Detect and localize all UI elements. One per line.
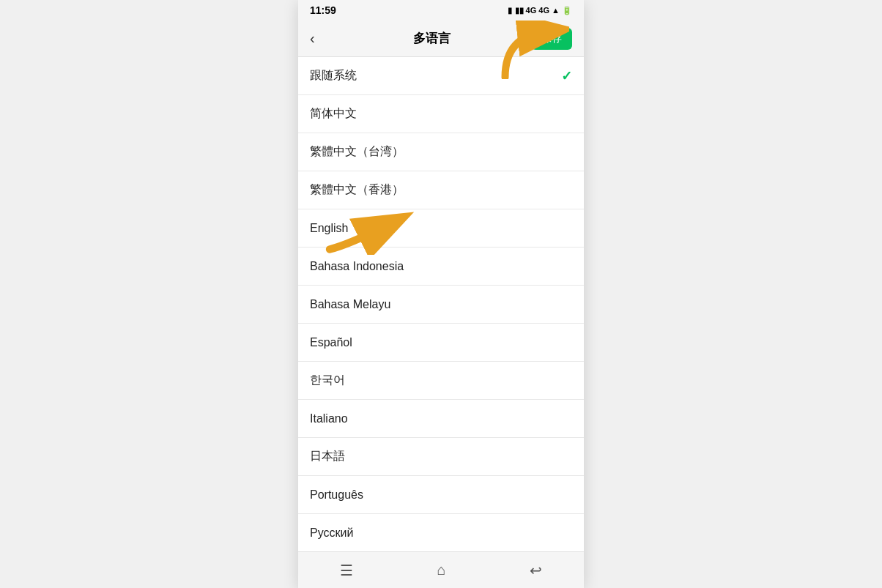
lang-item-korean[interactable]: 한국어 [298, 362, 584, 400]
lang-label-italiano: Italiano [310, 412, 348, 425]
lang-item-traditional-chinese-hongkong[interactable]: 繁體中文（香港） [298, 171, 584, 209]
lang-item-russian[interactable]: Русский [298, 514, 584, 551]
lang-item-bahasa-indonesia[interactable]: Bahasa Indonesia [298, 248, 584, 286]
lang-label-follow-system: 跟随系统 [310, 68, 357, 83]
language-list: 跟随系统✓简体中文繁體中文（台湾）繁體中文（香港）EnglishBahasa I… [298, 57, 584, 551]
lang-label-portuguese: Português [310, 488, 363, 502]
status-time: 11:59 [310, 4, 336, 16]
back-nav-icon[interactable]: ↩ [530, 562, 542, 579]
menu-icon[interactable]: ☰ [340, 562, 353, 579]
page-title: 多语言 [413, 30, 451, 47]
header: ‹ 多语言 保存 [298, 21, 584, 57]
status-icons: ▮ ▮▮ 4G 4G ▲ 🔋 [508, 6, 572, 15]
lang-label-russian: Русский [310, 526, 353, 540]
lang-label-traditional-chinese-taiwan: 繁體中文（台湾） [310, 144, 404, 160]
lang-item-english[interactable]: English [298, 209, 584, 248]
lang-item-japanese[interactable]: 日本語 [298, 438, 584, 476]
home-icon[interactable]: ⌂ [437, 562, 445, 578]
lang-item-simplified-chinese[interactable]: 简体中文 [298, 95, 584, 133]
back-button[interactable]: ‹ [310, 30, 332, 47]
lang-item-italiano[interactable]: Italiano [298, 400, 584, 438]
lang-label-english: English [310, 222, 348, 235]
lang-label-espanol: Español [310, 336, 352, 349]
lang-item-follow-system[interactable]: 跟随系统✓ [298, 57, 584, 95]
lang-label-traditional-chinese-hongkong: 繁體中文（香港） [310, 182, 404, 198]
status-bar: 11:59 ▮ ▮▮ 4G 4G ▲ 🔋 [298, 0, 584, 21]
save-button[interactable]: 保存 [531, 28, 572, 50]
lang-item-espanol[interactable]: Español [298, 324, 584, 362]
bottom-nav: ☰ ⌂ ↩ [298, 551, 584, 588]
lang-label-bahasa-indonesia: Bahasa Indonesia [310, 260, 404, 273]
battery-icon: ▮ ▮▮ 4G 4G ▲ 🔋 [508, 6, 572, 15]
lang-label-simplified-chinese: 简体中文 [310, 106, 357, 122]
lang-label-bahasa-melayu: Bahasa Melayu [310, 298, 390, 311]
lang-label-japanese: 日本語 [310, 449, 345, 464]
lang-item-bahasa-melayu[interactable]: Bahasa Melayu [298, 286, 584, 324]
phone-screen: 11:59 ▮ ▮▮ 4G 4G ▲ 🔋 ‹ 多语言 保存 跟随系统✓简体中文繁… [298, 0, 584, 588]
lang-item-traditional-chinese-taiwan[interactable]: 繁體中文（台湾） [298, 133, 584, 171]
lang-item-portuguese[interactable]: Português [298, 476, 584, 514]
lang-label-korean: 한국어 [310, 373, 345, 388]
checkmark-follow-system: ✓ [561, 68, 572, 84]
